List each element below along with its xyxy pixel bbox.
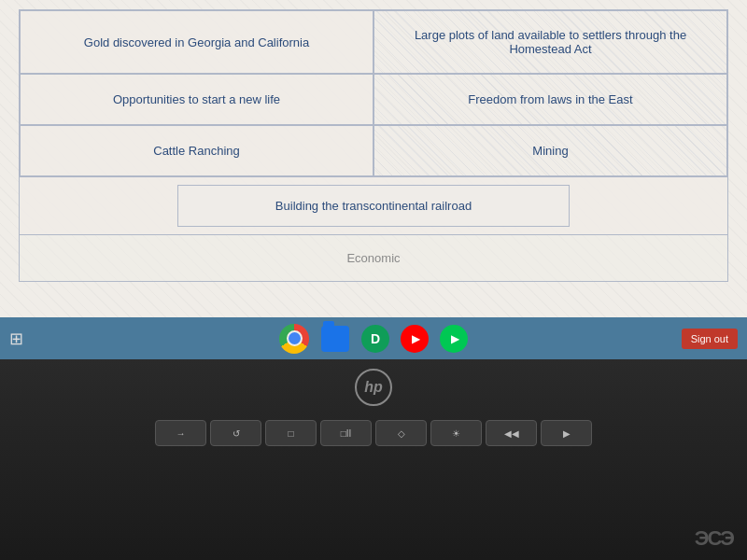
cell-cattle[interactable]: Cattle Ranching — [20, 125, 374, 176]
key-brightness-down[interactable]: ◇ — [375, 420, 427, 446]
cell-opportunities[interactable]: Opportunities to start a new life — [20, 74, 374, 125]
key-vol-down[interactable]: ◀◀ — [486, 420, 537, 446]
taskbar: ⊞ D Sign out — [0, 317, 747, 359]
cell-freedom[interactable]: Freedom from laws in the East — [374, 74, 727, 125]
chrome-icon[interactable] — [279, 324, 309, 354]
keyboard-area: → ↺ □ □II ◇ ☀ ◀◀ ▶ — [19, 420, 728, 446]
corner-text: ЭCЭ — [695, 526, 733, 551]
keyboard-row-1: → ↺ □ □II ◇ ☀ ◀◀ ▶ — [155, 420, 592, 446]
folder-icon[interactable] — [320, 324, 350, 354]
cell-railroad[interactable]: Building the transcontinental railroad — [177, 185, 570, 227]
cell-homestead[interactable]: Large plots of land available to settler… — [374, 10, 727, 74]
cell-gold[interactable]: Gold discovered in Georgia and Californi… — [20, 10, 374, 74]
answer-grid: Gold discovered in Georgia and Californi… — [19, 9, 728, 177]
key-brightness-up[interactable]: ☀ — [430, 420, 482, 446]
youtube-icon[interactable] — [401, 325, 429, 353]
cell-mining[interactable]: Mining — [374, 125, 727, 176]
sign-out-button[interactable]: Sign out — [682, 329, 738, 349]
docs-icon[interactable]: D — [361, 325, 389, 353]
key-arrow[interactable]: → — [155, 420, 206, 446]
hp-logo: hp — [355, 369, 392, 406]
drop-zone-economic[interactable]: Economic — [19, 235, 728, 282]
key-fullscreen[interactable]: □ — [265, 420, 317, 446]
wide-cell-container: Building the transcontinental railroad — [19, 177, 728, 235]
laptop-body: hp → ↺ □ □II ◇ ☀ ◀◀ ▶ ЭCЭ — [0, 359, 747, 560]
key-refresh[interactable]: ↺ — [210, 420, 261, 446]
play-store-icon[interactable] — [440, 325, 468, 353]
screen-icon: ⊞ — [9, 329, 23, 349]
laptop-screen: Gold discovered in Georgia and Californi… — [0, 0, 747, 317]
taskbar-icons: D — [279, 324, 468, 354]
key-vol-up[interactable]: ▶ — [541, 420, 592, 446]
key-window-switch[interactable]: □II — [320, 420, 372, 446]
